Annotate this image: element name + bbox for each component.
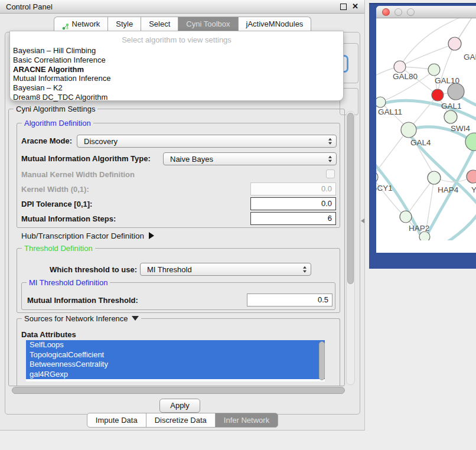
algorithm-options: Bayesian – Hill ClimbingBasic Correlatio…	[10, 46, 343, 102]
tab-label: Cyni Toolbox	[186, 17, 230, 31]
network-window: GALGAL80GAL10GAL1GAL11SWI4GAL4GCY1HAP4YH…	[376, 6, 476, 253]
network-node-hap2[interactable]	[400, 211, 412, 223]
data-attributes-label: Data Attributes	[21, 330, 76, 339]
mi-algorithm-type-select[interactable]: Naive Bayes	[163, 152, 337, 165]
network-canvas[interactable]: GALGAL80GAL10GAL1GAL11SWI4GAL4GCY1HAP4YH…	[376, 6, 476, 240]
stepper-arrows-icon	[328, 138, 332, 145]
sources-title-text: Sources for Network Inference	[24, 314, 128, 323]
network-node-gal11[interactable]	[376, 97, 386, 107]
tab-infer-network[interactable]: Infer Network	[215, 413, 278, 428]
tab-network[interactable]: Network	[54, 17, 109, 31]
node-label-hap2: HAP2	[409, 224, 429, 233]
algorithm-option-mutual-information-inference[interactable]: Mutual Information Inference	[10, 74, 343, 83]
node-label-gcy1: GCY1	[376, 184, 393, 193]
settings-vertical-scrollbar[interactable]	[347, 113, 354, 284]
network-icon	[62, 21, 69, 28]
attribute-item-topologicalcoefficient[interactable]: TopologicalCoefficient	[26, 350, 325, 360]
network-node-gal10[interactable]	[428, 64, 440, 76]
apply-button[interactable]: Apply	[159, 399, 200, 413]
close-icon[interactable]: ✕	[352, 4, 358, 9]
float-window-icon[interactable]	[340, 4, 347, 10]
tab-style[interactable]: Style	[107, 17, 141, 31]
tab-impute-data[interactable]: Impute Data	[87, 413, 146, 428]
manual-kernel-width-checkbox[interactable]	[326, 169, 335, 178]
network-window-titlebar	[376, 6, 476, 18]
kernel-width-input[interactable]: 0.0	[250, 182, 336, 195]
close-traffic-icon[interactable]	[382, 8, 390, 16]
sources-title[interactable]: Sources for Network Inference	[22, 314, 141, 323]
tab-discretize-data[interactable]: Discretize Data	[146, 413, 216, 428]
mi-steps-input[interactable]: 6	[250, 212, 336, 225]
zoom-traffic-icon[interactable]	[407, 8, 415, 16]
node-label-gal11: GAL11	[378, 107, 402, 116]
network-node[interactable]	[448, 83, 464, 100]
mi-algorithm-type-label: Mutual Information Algorithm Type:	[21, 154, 151, 163]
tab-select[interactable]: Select	[141, 17, 178, 31]
hub-definition-label: Hub/Transcription Factor Definition	[21, 231, 144, 240]
aracne-mode-value: Discovery	[84, 137, 118, 146]
mi-threshold-definition-title: MI Threshold Definition	[27, 278, 110, 287]
settings-horizontal-scrollbar[interactable]	[12, 387, 345, 394]
which-threshold-value: MI Threshold	[147, 265, 192, 274]
node-label-y: Y	[471, 185, 476, 194]
node-label-swi4: SWI4	[451, 124, 470, 133]
collapse-down-icon	[132, 316, 139, 321]
algorithm-option-bayesian-hill-climbing[interactable]: Bayesian – Hill Climbing	[10, 46, 343, 56]
network-node-gal4[interactable]	[401, 122, 416, 138]
network-node-gal80[interactable]	[394, 61, 406, 73]
top-tab-bar: NetworkStyleSelectCyni ToolboxjActiveMNo…	[0, 15, 364, 31]
tab-label: Network	[72, 17, 100, 31]
minimize-traffic-icon[interactable]	[395, 8, 402, 16]
aracne-mode-select[interactable]: Discovery	[77, 135, 337, 148]
mi-threshold-input[interactable]: 0.5	[247, 294, 332, 306]
tab-label: Style	[116, 17, 133, 31]
cyni-settings-title: Cyni Algorithm Settings	[14, 105, 97, 113]
which-threshold-select[interactable]: MI Threshold	[140, 263, 311, 276]
node-label-gal1: GAL1	[441, 102, 462, 110]
application-root: Control Panel ✕ NetworkStyleSelectCyni T…	[0, 0, 476, 450]
node-label-gal80: GAL80	[393, 72, 418, 81]
hub-definition-toggle[interactable]: Hub/Transcription Factor Definition	[21, 231, 154, 240]
dpi-tolerance-input[interactable]: 0.0	[250, 197, 336, 210]
manual-kernel-width-label: Manual Kernel Width Definition	[21, 170, 135, 179]
control-panel-titlebar: Control Panel ✕	[0, 0, 364, 14]
control-panel-title: Control Panel	[6, 2, 53, 11]
threshold-definition-title: Threshold Definition	[22, 244, 95, 253]
stepper-arrows-icon	[328, 156, 332, 162]
tab-label: jActiveMNodules	[246, 17, 304, 31]
algorithm-option-basic-correlation-inference[interactable]: Basic Correlation Inference	[10, 56, 343, 65]
network-node-hap4[interactable]	[428, 171, 441, 184]
network-node-y[interactable]	[467, 170, 476, 183]
mi-algorithm-type-value: Naive Bayes	[170, 155, 213, 164]
mi-steps-label: Mutual Information Steps:	[21, 214, 116, 223]
network-node-gal[interactable]	[448, 37, 461, 50]
node-label-gal: GAL	[464, 53, 476, 61]
algorithm-option-bayesian-k2[interactable]: Bayesian – K2	[10, 83, 343, 93]
algorithm-option-dream8-dc-tdc-algorithm[interactable]: Dream8 DC_TDC Algorithm	[10, 93, 343, 102]
algorithm-option-aracne-algorithm[interactable]: ARACNE Algorithm	[10, 65, 343, 74]
mi-threshold-label: Mutual Information Threshold:	[27, 296, 138, 305]
algorithm-definition-title: Algorithm Definition	[22, 119, 93, 128]
stepper-arrows-icon	[303, 266, 307, 273]
which-threshold-label: Which threshold to use:	[50, 265, 137, 274]
network-node[interactable]	[419, 231, 430, 240]
algorithm-dropdown-popup: Select algorithm to view settings Bayesi…	[9, 31, 344, 101]
tab-label: Select	[149, 17, 170, 31]
attributes-scrollbar[interactable]	[319, 341, 325, 380]
data-attributes-list[interactable]: SelfLoopsTopologicalCoefficientBetweenne…	[26, 340, 325, 381]
tab-cyni-toolbox[interactable]: Cyni Toolbox	[178, 17, 238, 31]
panel-collapse-icon[interactable]	[361, 219, 364, 223]
network-node-gal1[interactable]	[432, 89, 444, 101]
network-node-swi4[interactable]	[444, 110, 457, 123]
bottom-tab-bar: Impute DataDiscretize DataInfer Network	[0, 413, 364, 428]
attribute-item-gal4rgexp[interactable]: gal4RGexp	[26, 370, 325, 380]
network-node-gcy1[interactable]	[376, 171, 378, 183]
attribute-item-selfloops[interactable]: SelfLoops	[26, 340, 325, 350]
network-node[interactable]	[465, 133, 476, 151]
node-label-gal4: GAL4	[410, 138, 431, 147]
expand-right-icon	[149, 232, 154, 239]
tab-jactivemnodules[interactable]: jActiveMNodules	[238, 17, 312, 31]
dpi-tolerance-label: DPI Tolerance [0,1]:	[21, 200, 92, 208]
attribute-item-betweennesscentrality[interactable]: BetweennessCentrality	[26, 360, 325, 370]
aracne-mode-label: Aracne Mode:	[21, 136, 72, 145]
